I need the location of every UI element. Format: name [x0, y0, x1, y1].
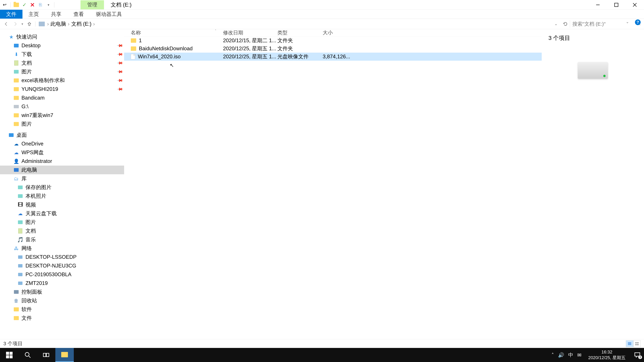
clock[interactable]: 16:32 2020/12/25, 星期五: [586, 349, 628, 361]
tray-app-icon[interactable]: ✉: [577, 352, 582, 358]
nav-onedrive[interactable]: ☁OneDrive: [0, 139, 124, 148]
nav-excel-folder[interactable]: excel表格制作求和📌: [0, 76, 124, 85]
action-center-button[interactable]: 3: [632, 350, 642, 360]
nav-software[interactable]: 软件: [0, 305, 124, 314]
nav-lib-pictures[interactable]: 图片: [0, 218, 124, 227]
drive-icon: [39, 22, 45, 26]
qat-properties-icon[interactable]: ✓: [21, 1, 28, 8]
file-row[interactable]: Win7x64_2020.iso2020/12/25, 星期五 1...光盘映像…: [124, 53, 542, 61]
column-date[interactable]: 修改日期: [223, 29, 278, 36]
nav-recycle-bin[interactable]: 🗑回收站: [0, 296, 124, 305]
forward-button[interactable]: [11, 20, 20, 28]
folder-icon: [61, 352, 68, 357]
ribbon-collapse-icon[interactable]: ⌄: [626, 20, 629, 24]
window-title: 文档 (E:): [111, 1, 132, 8]
nav-lib-documents[interactable]: 文档: [0, 227, 124, 235]
search-button[interactable]: [18, 348, 37, 362]
svg-rect-11: [636, 344, 636, 345]
tab-file[interactable]: 文件: [0, 10, 22, 18]
nav-saved-pictures[interactable]: 保存的图片: [0, 183, 124, 192]
nav-bandicam[interactable]: Bandicam: [0, 93, 124, 102]
pc-icon: [18, 263, 23, 269]
nav-pictures[interactable]: 图片📌: [0, 67, 124, 76]
icons-view-button[interactable]: [633, 340, 641, 347]
nav-files[interactable]: 文件: [0, 314, 124, 323]
chevron-right-icon[interactable]: ›: [67, 21, 70, 27]
qat-delete-icon[interactable]: ✕: [29, 1, 36, 8]
details-view-button[interactable]: [626, 340, 633, 347]
nav-pictures2[interactable]: 图片: [0, 120, 124, 128]
nav-administrator[interactable]: 👤Administrator: [0, 157, 124, 166]
nav-wps[interactable]: ☁WPS网盘: [0, 148, 124, 157]
task-view-button[interactable]: [37, 348, 55, 362]
nav-net-pc1[interactable]: DESKTOP-LSSOEDP: [0, 253, 124, 261]
document-icon: [18, 228, 23, 234]
chevron-right-icon[interactable]: ›: [46, 21, 50, 27]
nav-desktop[interactable]: Desktop📌: [0, 41, 124, 50]
nav-yunqishi[interactable]: YUNQISHI2019📌: [0, 85, 124, 93]
recent-dropdown-icon[interactable]: ▾: [20, 20, 24, 28]
nav-net-pc3[interactable]: PC-20190530OBLA: [0, 270, 124, 279]
nav-videos[interactable]: 🎞视频: [0, 200, 124, 209]
tab-home[interactable]: 主页: [22, 10, 45, 18]
nav-desktop-root[interactable]: 桌面: [0, 131, 124, 139]
tray-chevron-up-icon[interactable]: ˄: [552, 352, 554, 358]
nav-tianyi[interactable]: ☁天翼云盘下载: [0, 209, 124, 218]
nav-this-pc[interactable]: 此电脑: [0, 166, 124, 174]
ime-indicator[interactable]: 中: [568, 352, 573, 359]
help-icon[interactable]: ?: [635, 19, 641, 25]
breadcrumb-drive[interactable]: 文档 (E:): [70, 20, 92, 27]
address-bar[interactable]: › 此电脑 › 文档 (E:) › ⌄: [37, 20, 561, 28]
up-button[interactable]: [25, 20, 34, 28]
ribbon-contextual-tab[interactable]: 管理: [80, 0, 104, 9]
nav-net-pc4[interactable]: ZMT2019: [0, 279, 124, 288]
pictures-icon: [14, 69, 19, 75]
column-type[interactable]: 类型: [278, 29, 323, 36]
separator: [35, 21, 36, 26]
chevron-right-icon[interactable]: ›: [92, 21, 96, 27]
qat-new-icon[interactable]: ⎘: [37, 1, 44, 8]
breadcrumb-this-pc[interactable]: 此电脑: [50, 20, 67, 27]
pictures-icon: [18, 185, 23, 190]
nav-win7reinstall[interactable]: win7重装win7: [0, 111, 124, 120]
taskbar-file-explorer[interactable]: [55, 348, 74, 362]
library-icon: 🗂: [14, 176, 19, 182]
nav-quick-access[interactable]: ★快速访问: [0, 32, 124, 41]
column-size[interactable]: 大小: [323, 29, 350, 36]
refresh-button[interactable]: [562, 20, 569, 28]
desktop-icon: [8, 132, 14, 138]
start-button[interactable]: [0, 348, 18, 362]
tab-share[interactable]: 共享: [45, 10, 68, 18]
back-button[interactable]: [2, 20, 10, 28]
file-row[interactable]: BaiduNetdiskDownload2020/12/25, 星期五 1...…: [124, 44, 542, 53]
nav-music[interactable]: 🎵音乐: [0, 235, 124, 244]
nav-downloads[interactable]: ⬇下载📌: [0, 50, 124, 59]
nav-camera-roll[interactable]: 本机照片: [0, 192, 124, 200]
nav-gdrive[interactable]: G:\: [0, 102, 124, 111]
nav-documents[interactable]: 文档📌: [0, 59, 124, 67]
minimize-button[interactable]: [589, 0, 607, 10]
file-date: 2020/12/25, 星期五 1...: [223, 53, 278, 60]
qat-app-icon[interactable]: ↩: [1, 1, 8, 8]
column-name[interactable]: 名称˄: [124, 29, 223, 36]
preview-item-count: 3 个项目: [548, 34, 637, 42]
qat-folder-icon[interactable]: [12, 1, 20, 8]
qat-dropdown-icon[interactable]: ▾: [45, 1, 52, 8]
tab-view[interactable]: 查看: [68, 10, 90, 18]
view-toggles: [626, 340, 641, 347]
nav-net-pc2[interactable]: DESKTOP-NJEU3CG: [0, 261, 124, 270]
volume-icon[interactable]: 🔊: [558, 352, 564, 358]
nav-control-panel[interactable]: 控制面板: [0, 288, 124, 296]
nav-libraries[interactable]: 🗂库: [0, 174, 124, 183]
tab-drive-tools[interactable]: 驱动器工具: [90, 10, 128, 18]
maximize-button[interactable]: [607, 0, 626, 10]
folder-icon: [14, 121, 19, 127]
network-icon: 🖧: [14, 246, 19, 251]
close-button[interactable]: [626, 0, 644, 10]
file-row[interactable]: 12020/12/15, 星期二 1...文件夹: [124, 36, 542, 44]
search-box[interactable]: [570, 20, 642, 28]
svg-rect-7: [628, 344, 631, 344]
folder-icon: [131, 46, 136, 51]
nav-network[interactable]: 🖧网络: [0, 244, 124, 253]
address-dropdown-icon[interactable]: ⌄: [553, 22, 559, 26]
